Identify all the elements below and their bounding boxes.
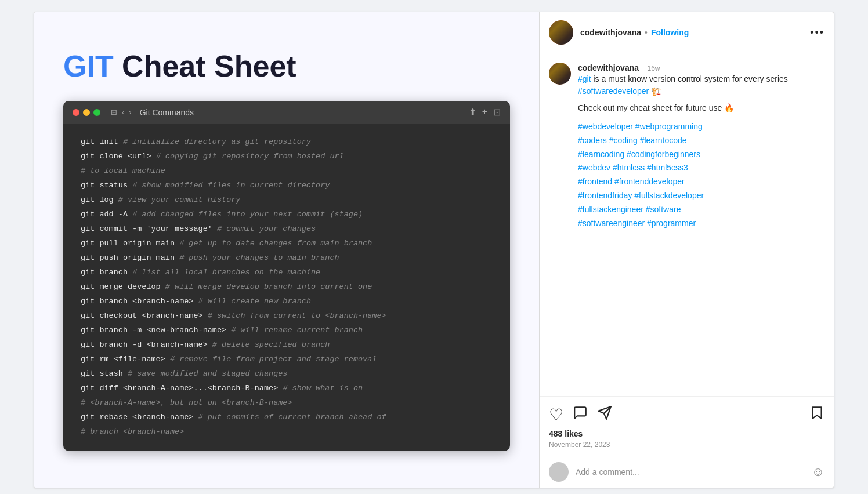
share-terminal-icon[interactable]: ⬆: [469, 107, 476, 118]
header-avatar[interactable]: [549, 20, 573, 45]
hashtag-frontendfriday[interactable]: #frontendfriday: [578, 191, 632, 200]
save-icon[interactable]: [809, 405, 824, 424]
forward-icon[interactable]: ›: [129, 108, 131, 117]
hashtag-git[interactable]: #git: [578, 74, 591, 83]
emoji-picker-icon[interactable]: ☺: [812, 464, 824, 480]
traffic-light-yellow[interactable]: [83, 109, 90, 116]
more-options-icon[interactable]: •••: [810, 27, 824, 39]
following-button[interactable]: Following: [651, 28, 689, 37]
hashtag-frontend[interactable]: #frontend: [578, 177, 612, 186]
hashtag-webprogramming[interactable]: #webprogramming: [635, 122, 703, 131]
hashtag-html5css3[interactable]: #html5css3: [647, 163, 688, 172]
hashtag-webdeveloper[interactable]: #webdeveloper: [578, 122, 633, 131]
terminal-body: git init # initialize directory as git r…: [63, 124, 510, 451]
terminal-line-15: git branch -d <branch-name> # delete spe…: [81, 338, 493, 353]
terminal-line-8: git pull origin main # get up to date ch…: [81, 237, 493, 251]
terminal-line-12: git branch <branch-name> # will create n…: [81, 295, 493, 309]
action-bar: ♡ 488 likes November 22, 2023: [540, 397, 834, 456]
hashtag-coding[interactable]: #coding: [609, 136, 638, 145]
hashtag-software[interactable]: #software: [646, 205, 681, 214]
post-image-side: GIT Cheat Sheet ⊞ ‹ › Git Commands ⬆ +: [34, 12, 539, 488]
header-username-block: codewithjovana • Following: [580, 28, 810, 37]
svg-marker-2: [812, 407, 821, 419]
terminal-line-18: git diff <branch-A-name>...<branch-B-nam…: [81, 382, 493, 396]
terminal-line-17: git stash # save modified and staged cha…: [81, 367, 493, 382]
like-icon[interactable]: ♡: [549, 405, 563, 424]
terminal-actions: ⬆ + ⊡: [469, 107, 501, 118]
title-git: GIT: [63, 49, 114, 83]
hashtag-learntocode[interactable]: #learntocode: [640, 136, 687, 145]
likes-count: 488 likes: [549, 428, 824, 439]
terminal-tab-name: Git Commands: [140, 108, 194, 117]
terminal-line-2: git clone <url> # copying git repository…: [81, 150, 493, 164]
terminal-line-10: git branch # list all local branches on …: [81, 266, 493, 280]
hashtags-block: #webdeveloper #webprogramming #coders #c…: [578, 120, 824, 230]
grid-icon[interactable]: ⊞: [111, 108, 117, 117]
terminal-line-13: git checkout <branch-name> # switch from…: [81, 309, 493, 324]
commenter-avatar: [549, 462, 569, 482]
title-rest: Cheat Sheet: [114, 49, 296, 83]
hashtag-htmlcss[interactable]: #htmlcss: [613, 163, 645, 172]
add-terminal-icon[interactable]: +: [482, 107, 487, 118]
add-comment-row: ☺: [540, 456, 834, 488]
comment-icon[interactable]: [573, 405, 588, 424]
caption-text-main: #git is a must know version control syst…: [578, 73, 824, 97]
caption-time: 16w: [647, 64, 660, 72]
terminal-line-3: # to local machine: [81, 164, 493, 179]
terminal-line-16: git rm <file-name> # remove file from pr…: [81, 353, 493, 367]
hashtag-webdev[interactable]: #webdev: [578, 163, 610, 172]
hashtag-fullstackdeveloper[interactable]: #fullstackdeveloper: [634, 191, 704, 200]
caption-block: codewithjovana 16w #git is a must know v…: [549, 63, 824, 230]
traffic-lights: [73, 109, 100, 116]
terminal-line-9: git push origin main # push your changes…: [81, 251, 493, 266]
terminal-title-icons: ⊞ ‹ ›: [111, 108, 132, 117]
traffic-light-red[interactable]: [73, 109, 79, 116]
caption-content: codewithjovana 16w #git is a must know v…: [578, 63, 824, 230]
terminal-line-21: # branch <branch-name>: [81, 425, 493, 439]
hashtag-frontenddeveloper[interactable]: #frontenddeveloper: [614, 177, 685, 186]
hashtag-fullstackengineer[interactable]: #fullstackengineer: [578, 205, 643, 214]
terminal-line-4: git status # show modified files in curr…: [81, 179, 493, 193]
terminal-line-7: git commit -m 'your message' # commit yo…: [81, 222, 493, 237]
post-comments-area[interactable]: codewithjovana 16w #git is a must know v…: [540, 53, 834, 397]
instagram-card: GIT Cheat Sheet ⊞ ‹ › Git Commands ⬆ +: [34, 12, 834, 488]
terminal-line-5: git log # view your commit history: [81, 193, 493, 208]
action-icons-row: ♡: [549, 402, 824, 428]
header-username[interactable]: codewithjovana: [580, 28, 641, 37]
post-date: November 22, 2023: [549, 439, 824, 453]
hashtag-codingforbeginners[interactable]: #codingforbeginners: [627, 150, 700, 159]
hashtag-softwaredeveloper[interactable]: #softwaredeveloper: [578, 86, 649, 96]
terminal-line-1: git init # initialize directory as git r…: [81, 135, 493, 150]
hashtag-softwareengineer[interactable]: #softwareengineer: [578, 219, 645, 228]
dot-separator: •: [645, 28, 648, 37]
post-header: codewithjovana • Following •••: [540, 12, 834, 53]
terminal-window: ⊞ ‹ › Git Commands ⬆ + ⊡ git init # init…: [63, 101, 510, 451]
post-right-side: codewithjovana • Following ••• codewithj…: [539, 12, 834, 488]
post-title: GIT Cheat Sheet: [63, 49, 296, 83]
terminal-line-14: git branch -m <new-branch-name> # will r…: [81, 324, 493, 338]
back-icon[interactable]: ‹: [122, 108, 124, 117]
terminal-line-20: git rebase <branch-name> # put commits o…: [81, 411, 493, 425]
terminal-line-11: git merge develop # will merge develop b…: [81, 280, 493, 295]
comment-input[interactable]: [576, 467, 805, 477]
caption-username[interactable]: codewithjovana: [578, 63, 639, 72]
hashtag-programmer[interactable]: #programmer: [647, 219, 696, 228]
caption-paragraph: Check out my cheat sheet for future use …: [578, 102, 824, 114]
hashtag-learncoding[interactable]: #learncoding: [578, 150, 624, 159]
terminal-line-6: git add -A # add changed files into your…: [81, 208, 493, 222]
caption-first-line: codewithjovana 16w: [578, 63, 824, 73]
share-icon[interactable]: [597, 405, 612, 424]
caption-avatar[interactable]: [549, 63, 571, 85]
terminal-titlebar: ⊞ ‹ › Git Commands ⬆ + ⊡: [63, 101, 510, 124]
terminal-line-19: # <branch-A-name>, but not on <branch-B-…: [81, 396, 493, 411]
copy-terminal-icon[interactable]: ⊡: [493, 107, 501, 118]
hashtag-coders[interactable]: #coders: [578, 136, 607, 145]
traffic-light-green[interactable]: [93, 109, 100, 116]
